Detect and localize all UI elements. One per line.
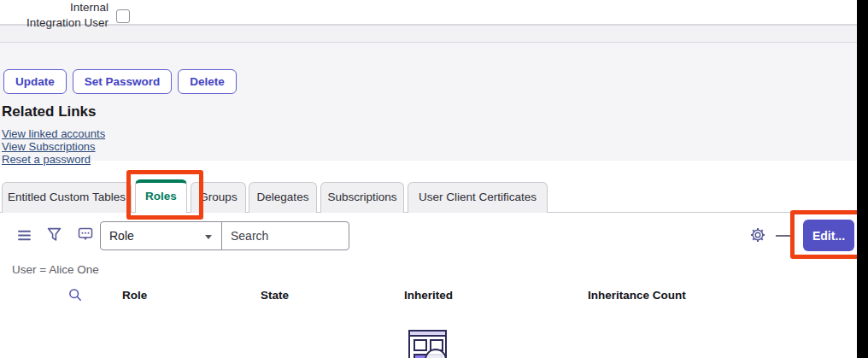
list-search-box xyxy=(221,221,349,250)
tab-delegates[interactable]: Delegates xyxy=(249,182,317,213)
search-field-select[interactable]: Role xyxy=(100,221,222,250)
related-links-heading: Related Links xyxy=(2,103,97,120)
field-label-line2: Integration User xyxy=(0,15,108,31)
tab-groups[interactable]: Groups xyxy=(191,182,246,213)
gear-icon[interactable] xyxy=(750,227,765,246)
column-header-state[interactable]: State xyxy=(261,289,289,302)
screenshot-letterbox xyxy=(857,0,868,358)
menu-icon[interactable] xyxy=(17,228,32,246)
internal-integration-user-label: Internal Integration User xyxy=(0,0,108,31)
minus-icon[interactable] xyxy=(776,235,791,237)
tab-subscriptions[interactable]: Subscriptions xyxy=(320,182,404,213)
comment-icon[interactable] xyxy=(78,226,93,245)
empty-table-illustration xyxy=(402,328,456,358)
page: Internal Integration User Update Set Pas… xyxy=(0,0,868,358)
illustration-window-header xyxy=(410,332,445,337)
list-search-input[interactable] xyxy=(222,222,349,249)
tab-entitled-custom-tables[interactable]: Entitled Custom Tables xyxy=(2,182,132,213)
edit-button[interactable]: Edit... xyxy=(803,220,854,251)
form-action-bar: Update Set Password Delete xyxy=(3,69,237,94)
illustration-cell xyxy=(413,339,427,351)
column-header-inherited[interactable]: Inherited xyxy=(404,289,453,302)
set-password-button[interactable]: Set Password xyxy=(73,69,173,94)
chevron-down-icon xyxy=(205,235,212,239)
tab-roles[interactable]: Roles xyxy=(135,179,187,213)
tab-user-client-certificates[interactable]: User Client Certificates xyxy=(408,182,548,213)
update-button[interactable]: Update xyxy=(3,69,67,94)
column-header-role[interactable]: Role xyxy=(122,289,147,302)
delete-button[interactable]: Delete xyxy=(178,69,237,94)
column-header-inheritance-count[interactable]: Inheritance Count xyxy=(588,289,686,302)
filter-icon[interactable] xyxy=(47,227,62,245)
link-view-linked-accounts[interactable]: View linked accounts xyxy=(2,127,105,140)
search-icon[interactable] xyxy=(68,288,82,305)
link-view-subscriptions[interactable]: View Subscriptions xyxy=(2,140,96,153)
internal-integration-user-checkbox[interactable] xyxy=(116,9,130,23)
link-reset-a-password[interactable]: Reset a password xyxy=(2,153,91,166)
search-field-select-value: Role xyxy=(109,229,134,243)
field-label-line1: Internal xyxy=(0,0,108,15)
filter-breadcrumb[interactable]: User = Alice One xyxy=(12,263,99,276)
